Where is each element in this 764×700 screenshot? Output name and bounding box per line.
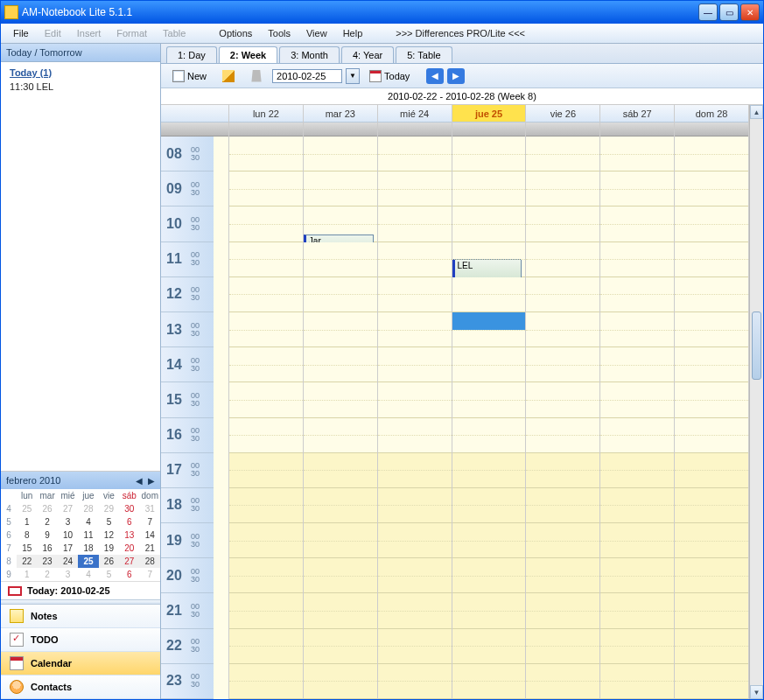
time-cell[interactable] <box>675 488 748 523</box>
selection[interactable] <box>452 312 526 330</box>
date-dropdown-button[interactable]: ▼ <box>346 68 360 84</box>
new-button[interactable]: New <box>166 67 213 85</box>
allday-cell[interactable] <box>304 122 377 136</box>
time-cell[interactable] <box>675 418 748 453</box>
mini-day[interactable]: 4 <box>78 515 98 528</box>
next-week-button[interactable]: ▶ <box>447 68 465 84</box>
time-cell[interactable] <box>600 629 674 664</box>
time-cell[interactable] <box>600 277 674 312</box>
time-cell[interactable] <box>675 453 748 488</box>
time-cell[interactable] <box>378 206 452 242</box>
time-cell[interactable] <box>229 593 303 628</box>
time-cell[interactable] <box>304 312 377 347</box>
mini-day[interactable]: 29 <box>99 502 119 515</box>
mini-prev-icon[interactable]: ◀ <box>136 476 143 486</box>
time-cell[interactable] <box>675 558 748 593</box>
time-cell[interactable] <box>452 418 526 453</box>
time-cell[interactable]: LEL <box>452 242 526 277</box>
menu-view[interactable]: View <box>299 25 334 41</box>
mini-day[interactable]: 22 <box>17 555 37 568</box>
mini-day[interactable]: 2 <box>37 515 57 528</box>
mini-day[interactable]: 24 <box>58 555 78 568</box>
day-header[interactable]: vie 26 <box>526 105 599 122</box>
time-cell[interactable] <box>600 664 674 699</box>
time-cell[interactable] <box>526 558 599 593</box>
mini-day[interactable]: 25 <box>78 555 98 568</box>
time-cell[interactable] <box>229 347 303 382</box>
time-cell[interactable] <box>229 453 303 488</box>
tab-day[interactable]: 1: Day <box>166 46 217 63</box>
date-input[interactable] <box>272 69 342 83</box>
mini-day[interactable]: 7 <box>140 515 160 528</box>
minimize-button[interactable]: — <box>698 4 718 21</box>
time-cell[interactable] <box>304 347 377 382</box>
day-column[interactable]: mié 24 <box>378 105 452 699</box>
time-cell[interactable] <box>229 242 303 277</box>
close-button[interactable]: ✕ <box>740 4 760 21</box>
tab-table[interactable]: 5: Table <box>396 46 452 63</box>
mini-day[interactable]: 23 <box>37 555 57 568</box>
time-cell[interactable] <box>526 206 599 242</box>
edit-button[interactable] <box>216 67 241 85</box>
time-cell[interactable] <box>675 136 748 172</box>
time-cell[interactable] <box>600 242 674 277</box>
mini-day[interactable]: 20 <box>119 542 139 555</box>
time-cell[interactable] <box>452 453 526 488</box>
delete-button[interactable] <box>244 67 269 85</box>
time-cell[interactable] <box>229 382 303 417</box>
mini-day[interactable]: 18 <box>78 542 98 555</box>
time-cell[interactable] <box>378 558 452 593</box>
time-cell[interactable] <box>675 382 748 417</box>
time-cell[interactable] <box>600 206 674 242</box>
day-column[interactable]: jue 25 LEL <box>452 105 527 699</box>
mini-day[interactable]: 28 <box>78 502 98 515</box>
mini-day[interactable]: 2 <box>37 568 57 581</box>
time-cell[interactable] <box>229 629 303 664</box>
nav-contacts[interactable]: Contacts <box>1 676 160 699</box>
time-cell[interactable] <box>600 382 674 417</box>
time-cell[interactable] <box>452 593 526 628</box>
time-cell[interactable] <box>229 418 303 453</box>
time-cell[interactable] <box>304 382 377 417</box>
scroll-thumb[interactable] <box>752 312 761 380</box>
mini-day[interactable]: 7 <box>140 568 160 581</box>
time-cell[interactable] <box>526 418 599 453</box>
time-cell[interactable] <box>229 664 303 699</box>
menu-options[interactable]: Options <box>212 25 259 41</box>
time-cell[interactable] <box>229 488 303 523</box>
mini-day[interactable]: 12 <box>99 528 119 542</box>
mini-day[interactable]: 27 <box>119 555 139 568</box>
time-cell[interactable] <box>526 382 599 417</box>
mini-next-icon[interactable]: ▶ <box>148 476 155 486</box>
mini-day[interactable]: 15 <box>17 542 37 555</box>
time-cell[interactable] <box>229 172 303 206</box>
mini-day[interactable]: 26 <box>37 502 57 515</box>
mini-day[interactable]: 27 <box>58 502 78 515</box>
time-cell[interactable] <box>526 629 599 664</box>
mini-day[interactable]: 14 <box>140 528 160 542</box>
scroll-down-icon[interactable]: ▼ <box>750 685 763 699</box>
mini-day[interactable]: 5 <box>99 568 119 581</box>
time-cell[interactable] <box>675 664 748 699</box>
time-cell[interactable] <box>304 558 377 593</box>
time-cell[interactable] <box>452 172 526 206</box>
menu-tools[interactable]: Tools <box>261 25 298 41</box>
mini-day[interactable]: 31 <box>140 502 160 515</box>
time-cell[interactable] <box>304 277 377 312</box>
tab-week[interactable]: 2: Week <box>219 46 277 63</box>
mini-day[interactable]: 21 <box>140 542 160 555</box>
time-cell[interactable] <box>452 347 526 382</box>
time-cell[interactable] <box>600 312 674 347</box>
time-cell[interactable] <box>526 453 599 488</box>
day-header[interactable]: dom 28 <box>675 105 748 122</box>
time-cell[interactable] <box>600 523 674 558</box>
time-cell[interactable] <box>526 488 599 523</box>
mini-today-link[interactable]: Today: 2010-02-25 <box>1 581 160 599</box>
menu-file[interactable]: File <box>6 25 36 41</box>
time-cell[interactable] <box>229 312 303 347</box>
mini-day[interactable]: 6 <box>119 515 139 528</box>
scroll-up-icon[interactable]: ▲ <box>750 105 763 119</box>
mini-day[interactable]: 16 <box>37 542 57 555</box>
titlebar[interactable]: AM-Notebook Lite 5.1.1 — ▭ ✕ <box>1 1 763 24</box>
time-cell[interactable] <box>378 172 452 206</box>
